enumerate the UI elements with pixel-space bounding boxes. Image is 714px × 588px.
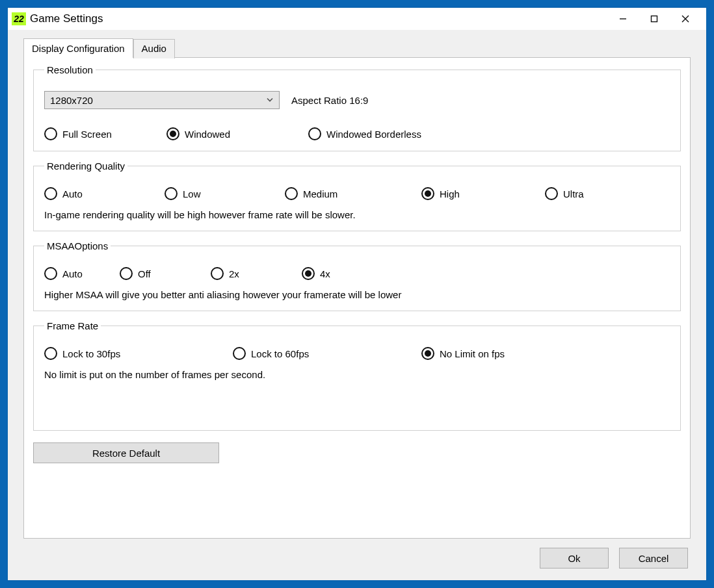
minimize-button[interactable] bbox=[607, 8, 639, 29]
radio-fps-lock30-label: Lock to 30fps bbox=[62, 348, 120, 359]
resolution-dropdown[interactable]: 1280x720 bbox=[44, 91, 280, 109]
rendering-helper-text: In-game rendering quality will be high h… bbox=[44, 209, 670, 220]
msaa-legend: MSAAOptions bbox=[44, 240, 111, 251]
radio-borderless-label: Windowed Borderless bbox=[326, 129, 421, 140]
rendering-quality-group: Rendering Quality Auto Low Medium bbox=[33, 160, 681, 231]
radio-msaa-off[interactable]: Off bbox=[120, 267, 211, 280]
radio-quality-medium[interactable]: Medium bbox=[285, 187, 421, 200]
radio-quality-ultra[interactable]: Ultra bbox=[545, 187, 665, 200]
radio-quality-high[interactable]: High bbox=[421, 187, 545, 200]
svg-rect-1 bbox=[652, 16, 657, 22]
radio-msaa-auto[interactable]: Auto bbox=[44, 267, 120, 280]
rendering-legend: Rendering Quality bbox=[44, 160, 127, 172]
radio-fps-lock30[interactable]: Lock to 30fps bbox=[44, 347, 233, 360]
radio-quality-low-label: Low bbox=[183, 188, 201, 199]
radio-windowed-borderless[interactable]: Windowed Borderless bbox=[308, 127, 421, 140]
radio-fps-nolimit-label: No Limit on fps bbox=[440, 348, 505, 359]
radio-msaa-4x-label: 4x bbox=[320, 268, 330, 279]
radio-quality-medium-label: Medium bbox=[303, 188, 337, 199]
tab-audio[interactable]: Audio bbox=[133, 39, 175, 58]
chevron-down-icon bbox=[266, 95, 274, 106]
radio-msaa-2x-label: 2x bbox=[229, 268, 239, 279]
radio-msaa-4x[interactable]: 4x bbox=[302, 267, 393, 280]
radio-msaa-off-label: Off bbox=[138, 268, 151, 279]
radio-fps-nolimit[interactable]: No Limit on fps bbox=[421, 347, 505, 360]
framerate-group: Frame Rate Lock to 30fps Lock to 60fps N… bbox=[33, 320, 681, 431]
minimize-icon bbox=[619, 15, 627, 23]
dialog-footer: Ok Cancel bbox=[23, 539, 691, 570]
app-icon: 22 bbox=[12, 12, 26, 25]
titlebar: 22 Game Settings bbox=[8, 8, 706, 30]
tab-strip: Display Configuration Audio bbox=[23, 38, 691, 57]
content-area: Display Configuration Audio Resolution 1… bbox=[8, 30, 706, 580]
msaa-helper-text: Higher MSAA will give you better anti al… bbox=[44, 289, 670, 300]
radio-windowed[interactable]: Windowed bbox=[166, 127, 308, 140]
window-title: Game Settings bbox=[30, 12, 103, 25]
close-button[interactable] bbox=[670, 8, 701, 29]
display-tab-panel: Resolution 1280x720 Aspect Ratio 16:9 Fu… bbox=[23, 57, 691, 539]
radio-quality-ultra-label: Ultra bbox=[563, 188, 584, 199]
resolution-group: Resolution 1280x720 Aspect Ratio 16:9 Fu… bbox=[33, 64, 681, 151]
resolution-legend: Resolution bbox=[44, 64, 96, 75]
framerate-helper-text: No limit is put on the number of frames … bbox=[44, 369, 670, 380]
radio-fullscreen-label: Full Screen bbox=[62, 129, 112, 140]
maximize-icon bbox=[650, 15, 658, 23]
resolution-value: 1280x720 bbox=[50, 95, 93, 106]
tab-display-configuration[interactable]: Display Configuration bbox=[23, 38, 133, 58]
radio-msaa-2x[interactable]: 2x bbox=[211, 267, 302, 280]
radio-windowed-label: Windowed bbox=[185, 129, 230, 140]
radio-quality-auto-label: Auto bbox=[62, 188, 83, 199]
radio-fps-lock60[interactable]: Lock to 60fps bbox=[233, 347, 421, 360]
cancel-button[interactable]: Cancel bbox=[619, 548, 688, 569]
radio-quality-low[interactable]: Low bbox=[165, 187, 285, 200]
aspect-ratio-label: Aspect Ratio 16:9 bbox=[291, 95, 368, 106]
restore-default-button[interactable]: Restore Default bbox=[33, 442, 219, 463]
radio-fps-lock60-label: Lock to 60fps bbox=[251, 348, 309, 359]
close-icon bbox=[681, 15, 689, 23]
msaa-group: MSAAOptions Auto Off 2x bbox=[33, 240, 681, 311]
maximize-button[interactable] bbox=[639, 8, 670, 29]
settings-window: 22 Game Settings Display Configuration A… bbox=[8, 8, 706, 580]
radio-msaa-auto-label: Auto bbox=[62, 268, 83, 279]
radio-quality-auto[interactable]: Auto bbox=[44, 187, 165, 200]
framerate-legend: Frame Rate bbox=[44, 320, 101, 331]
ok-button[interactable]: Ok bbox=[540, 548, 609, 569]
radio-fullscreen[interactable]: Full Screen bbox=[44, 127, 166, 140]
radio-quality-high-label: High bbox=[440, 188, 460, 199]
